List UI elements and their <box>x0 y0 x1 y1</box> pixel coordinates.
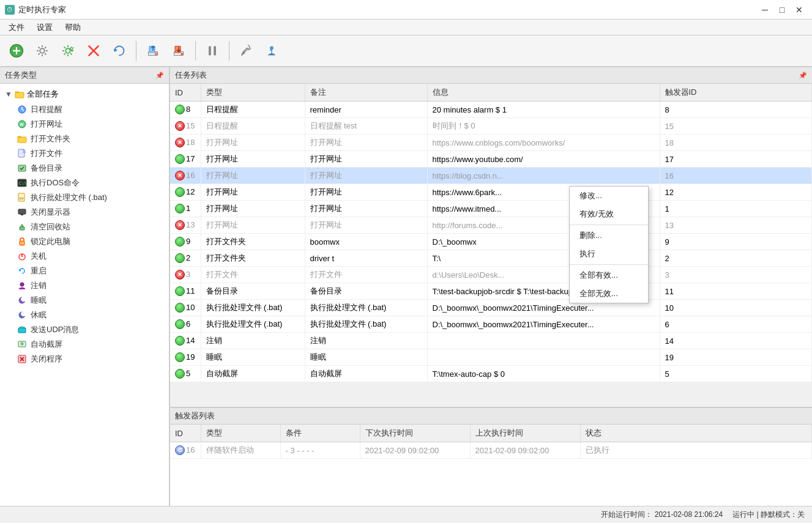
import-delete-button[interactable] <box>167 39 190 62</box>
task-status-icon <box>175 187 185 197</box>
col-note[interactable]: 备注 <box>305 84 427 102</box>
ctx-edit[interactable]: 修改... <box>570 187 648 205</box>
sidebar-item-close-app[interactable]: 关闭程序 <box>0 352 169 366</box>
sidebar-item-logout[interactable]: 注销 <box>0 278 169 293</box>
tcol-status[interactable]: 状态 <box>580 425 812 442</box>
sidebar: 任务类型 📌 ▼ 全部任务 日程提醒 W 打开网址 <box>0 67 170 506</box>
tools-button[interactable] <box>234 39 258 62</box>
sidebar-item-shutdown[interactable]: 关机 <box>0 249 169 264</box>
sidebar-item-hibernate[interactable]: 休眠 <box>0 308 169 322</box>
trigger-table-container: ID 类型 条件 下次执行时间 上次执行时间 状态 ⏱16 伴随软件启动 - 3… <box>170 425 812 506</box>
sidebar-item-dos[interactable]: C:\> 执行DOS命令 <box>0 176 169 190</box>
table-row[interactable]: 10 执行批处理文件 (.bat) 执行批处理文件 (.bat) D:\_boo… <box>170 300 812 316</box>
table-row[interactable]: ⏱16 伴随软件启动 - 3 - - - - 2021-02-09 09:02:… <box>170 442 812 459</box>
sidebar-item-label: 关闭显示器 <box>31 207 70 218</box>
info-button[interactable] <box>260 39 283 62</box>
task-note-cell: driver t <box>305 250 427 267</box>
table-row[interactable]: 12 打开网址 打开网址 https://www.6park... 12 <box>170 184 812 201</box>
add-task-button[interactable] <box>5 39 28 62</box>
sidebar-item-folder[interactable]: 打开文件夹 <box>0 132 169 146</box>
tcol-cond[interactable]: 条件 <box>280 425 360 442</box>
table-row[interactable]: 8 日程提醒 reminder 20 minutes alarm $ 1 8 <box>170 102 812 118</box>
table-row[interactable]: 11 备份目录 备份目录 T:\test-backupjob-srcdir $ … <box>170 283 812 300</box>
sidebar-item-recycle[interactable]: 清空回收站 <box>0 220 169 234</box>
col-tid[interactable]: 触发器ID <box>660 84 812 102</box>
table-row[interactable]: 17 打开网址 打开网址 https://www.youtube.com/ 17 <box>170 151 812 168</box>
sidebar-item-bat[interactable]: .bat 执行批处理文件 (.bat) <box>0 190 169 205</box>
task-info-cell: 时间到！$ 0 <box>427 118 660 135</box>
tcol-type[interactable]: 类型 <box>201 425 280 442</box>
sidebar-item-url[interactable]: W 打开网址 <box>0 117 169 132</box>
table-row[interactable]: ✕15 日程提醒 日程提醒 test 时间到！$ 0 15 <box>170 118 812 135</box>
sidebar-item-file[interactable]: 打开文件 <box>0 146 169 161</box>
sidebar-item-sleep[interactable]: 睡眠 <box>0 293 169 308</box>
table-row[interactable]: 1 打开网址 打开网址 https://www.itmed... 1 <box>170 201 812 217</box>
ctx-toggle[interactable]: 有效/无效 <box>570 205 648 223</box>
ctx-delete[interactable]: 删除... <box>570 226 648 245</box>
col-type[interactable]: 类型 <box>201 84 305 102</box>
minimize-button[interactable]: ─ <box>757 2 773 18</box>
col-id[interactable]: ID <box>170 84 201 102</box>
task-panel-header: 任务列表 📌 <box>170 67 812 84</box>
settings-button[interactable] <box>31 39 54 62</box>
export-button[interactable] <box>141 39 165 62</box>
sidebar-item-display-off[interactable]: 关闭显示器 <box>0 205 169 220</box>
col-info[interactable]: 信息 <box>427 84 660 102</box>
pause-button[interactable] <box>201 39 224 62</box>
sidebar-item-backup[interactable]: 备份目录 <box>0 161 169 176</box>
table-row[interactable]: 6 执行批处理文件 (.bat) 执行批处理文件 (.bat) D:\_boom… <box>170 316 812 333</box>
task-note-cell: 打开网址 <box>305 217 427 234</box>
refresh-icon <box>112 43 127 58</box>
table-row[interactable]: ✕13 打开网址 打开网址 http://forums.code... 13 <box>170 217 812 234</box>
task-tid-cell: 16 <box>660 168 812 184</box>
sidebar-item-screenshot[interactable]: 自动截屏 <box>0 337 169 352</box>
ctx-enable-all[interactable]: 全部有效... <box>570 266 648 284</box>
table-row[interactable]: 9 打开文件夹 boomwx D:\_boomwx 9 <box>170 234 812 250</box>
task-type-cell: 打开网址 <box>201 184 305 201</box>
task-panel-pin-icon[interactable]: 📌 <box>799 72 807 80</box>
table-row[interactable]: 2 打开文件夹 driver t T:\ 2 <box>170 250 812 267</box>
table-row[interactable]: ✕3 打开文件 打开文件 d:\Users\Leo\Desk... 3 <box>170 267 812 283</box>
task-type-cell: 打开网址 <box>201 151 305 168</box>
sidebar-item-schedule[interactable]: 日程提醒 <box>0 102 169 117</box>
toolbar-sep-2 <box>195 41 196 61</box>
table-row[interactable]: 14 注销 注销 14 <box>170 333 812 349</box>
table-row[interactable]: 5 自动截屏 自动截屏 T:\tmex-auto-cap $ 0 5 <box>170 366 812 382</box>
refresh-button[interactable] <box>108 39 131 62</box>
ctx-run[interactable]: 执行 <box>570 245 648 263</box>
menu-settings[interactable]: 设置 <box>31 20 59 35</box>
sidebar-item-label: 睡眠 <box>31 295 47 306</box>
gear-check-icon <box>61 43 75 58</box>
trigger-panel: 触发器列表 ID 类型 条件 下次执行时间 上次执行时间 状态 <box>170 408 812 506</box>
table-row[interactable]: ✕16 打开网址 打开网址 https://blog.csdn.n... 16 <box>170 168 812 184</box>
sidebar-item-udp[interactable]: 发送UDP消息 <box>0 322 169 337</box>
svg-line-18 <box>70 53 72 54</box>
task-status-icon <box>175 105 185 114</box>
recycle-leaf-icon <box>17 222 27 232</box>
svg-rect-51 <box>21 214 23 215</box>
svg-rect-57 <box>18 328 26 333</box>
table-row[interactable]: ✕18 打开网址 打开网址 https://www.cnblogs.com/bo… <box>170 135 812 151</box>
sidebar-root[interactable]: ▼ 全部任务 <box>0 86 169 102</box>
task-property-button[interactable] <box>56 39 80 62</box>
restart-leaf-icon <box>17 266 27 276</box>
tcol-id[interactable]: ID <box>170 425 201 442</box>
right-panel: 任务列表 📌 ID 类型 备注 信息 触发器ID <box>170 67 812 506</box>
task-note-cell: 执行批处理文件 (.bat) <box>305 300 427 316</box>
start-time: 2021-02-08 21:06:24 <box>655 510 723 519</box>
maximize-button[interactable]: □ <box>774 2 790 18</box>
delete-task-button[interactable] <box>82 39 105 62</box>
schedule-leaf-icon <box>17 105 27 114</box>
menu-help[interactable]: 帮助 <box>59 20 87 35</box>
ctx-disable-all[interactable]: 全部无效... <box>570 284 648 303</box>
sidebar-pin-icon[interactable]: 📌 <box>155 72 164 80</box>
close-button[interactable]: ✕ <box>791 2 807 18</box>
sidebar-item-label: 锁定此电脑 <box>31 236 70 247</box>
sidebar-item-restart[interactable]: 重启 <box>0 264 169 278</box>
task-info-cell: https://www.youtube.com/ <box>427 151 660 168</box>
menu-file[interactable]: 文件 <box>2 20 31 35</box>
tcol-next[interactable]: 下次执行时间 <box>360 425 470 442</box>
tcol-last[interactable]: 上次执行时间 <box>470 425 580 442</box>
table-row[interactable]: 19 睡眠 睡眠 19 <box>170 349 812 366</box>
sidebar-item-lock[interactable]: 锁定此电脑 <box>0 234 169 249</box>
